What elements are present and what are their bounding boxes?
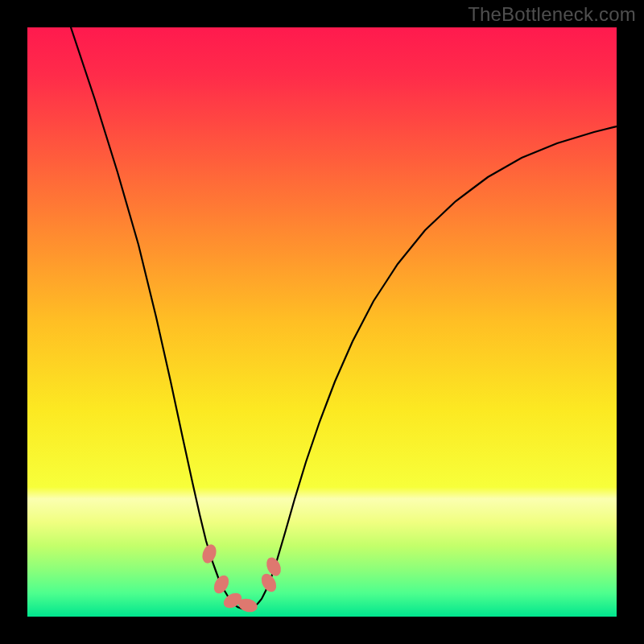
- watermark-label: TheBottleneck.com: [468, 3, 636, 26]
- gradient-background: [27, 27, 617, 617]
- chart-frame: TheBottleneck.com: [0, 0, 644, 644]
- plot-area: [27, 27, 617, 617]
- chart-svg: [27, 27, 617, 617]
